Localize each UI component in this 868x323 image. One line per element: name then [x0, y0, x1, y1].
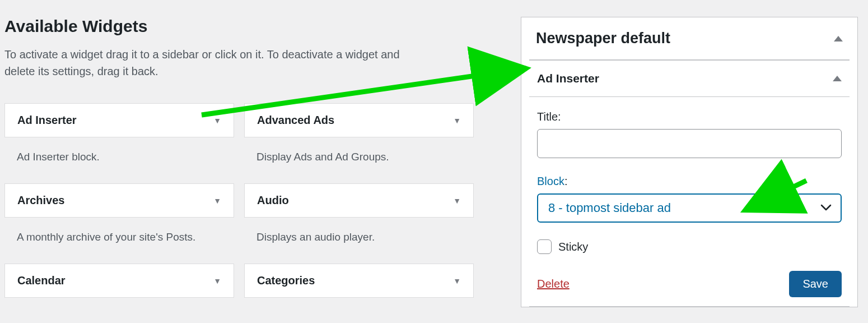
widget-instance: Ad Inserter Title: Block: 8 - topmost si… [529, 59, 850, 307]
widget-title: Audio [257, 194, 289, 207]
available-widgets-heading: Available Widgets [4, 17, 493, 36]
widget-title: Advanced Ads [257, 114, 334, 127]
chevron-down-icon: ▼ [453, 196, 461, 205]
chevron-up-icon [833, 76, 842, 81]
title-label: Title: [537, 110, 842, 123]
widget-ad-inserter[interactable]: Ad Inserter ▼ [4, 103, 234, 137]
widget-title: Archives [17, 194, 65, 207]
delete-link[interactable]: Delete [537, 278, 570, 290]
widget-instance-header[interactable]: Ad Inserter [529, 60, 850, 96]
widget-desc: Displays an audio player. [244, 218, 474, 253]
widget-desc: Display Ads and Ad Groups. [244, 137, 474, 173]
chevron-up-icon [834, 36, 843, 41]
title-input[interactable] [537, 129, 842, 158]
widget-instance-title: Ad Inserter [537, 72, 599, 85]
chevron-down-icon: ▼ [453, 276, 461, 285]
sidebar-area: Newspaper default Ad Inserter Title: Blo… [521, 17, 858, 307]
block-select-value: 8 - topmost sidebar ad [548, 201, 671, 215]
available-widgets-intro: To activate a widget drag it to a sideba… [4, 46, 419, 80]
widget-categories[interactable]: Categories ▼ [244, 264, 474, 298]
widget-archives[interactable]: Archives ▼ [4, 183, 234, 218]
chevron-down-icon: ▼ [213, 276, 221, 285]
widget-desc: Ad Inserter block. [4, 137, 234, 173]
block-select[interactable]: 8 - topmost sidebar ad [537, 193, 842, 223]
widget-calendar[interactable]: Calendar ▼ [4, 264, 234, 298]
sidebar-title: Newspaper default [536, 30, 670, 47]
sticky-checkbox[interactable] [537, 239, 552, 254]
widget-title: Categories [257, 274, 315, 287]
widget-advanced-ads[interactable]: Advanced Ads ▼ [244, 103, 474, 137]
widget-title: Ad Inserter [17, 114, 77, 127]
save-button[interactable]: Save [789, 271, 842, 297]
sticky-label: Sticky [558, 241, 588, 253]
chevron-down-icon: ▼ [213, 196, 221, 205]
block-label: Block: [537, 175, 842, 188]
widget-desc: A monthly archive of your site's Posts. [4, 218, 234, 253]
widget-title: Calendar [17, 274, 66, 287]
chevron-down-icon: ▼ [453, 116, 461, 125]
widget-audio[interactable]: Audio ▼ [244, 183, 474, 218]
sidebar-header[interactable]: Newspaper default [521, 17, 857, 59]
chevron-down-icon: ▼ [213, 116, 221, 125]
